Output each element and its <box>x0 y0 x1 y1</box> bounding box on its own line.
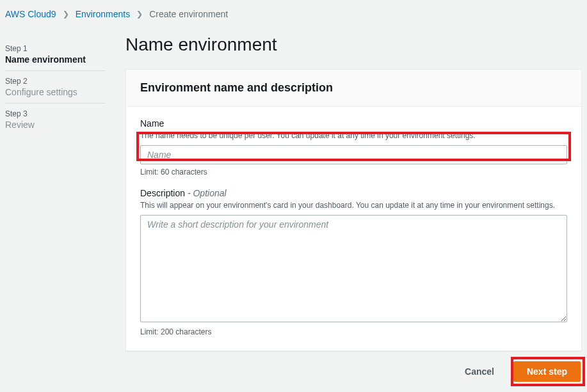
chevron-right-icon: ❯ <box>63 10 69 19</box>
breadcrumb-environments[interactable]: Environments <box>76 9 131 19</box>
wizard-steps: Step 1 Name environment Step 2 Configure… <box>5 28 105 382</box>
description-textarea[interactable] <box>140 215 567 322</box>
breadcrumb-aws-cloud9[interactable]: AWS Cloud9 <box>5 9 56 19</box>
step-title: Configure settings <box>5 87 105 97</box>
description-hint: This will appear on your environment's c… <box>140 200 567 211</box>
step-number: Step 2 <box>5 77 105 86</box>
name-input[interactable] <box>140 145 567 164</box>
chevron-right-icon: ❯ <box>136 10 143 19</box>
step-title: Name environment <box>5 54 105 65</box>
description-limit: Limit: 200 characters <box>140 327 567 336</box>
name-description-panel: Environment name and description Name Th… <box>125 69 582 351</box>
step-number: Step 1 <box>5 44 105 53</box>
name-hint: The name needs to be unique per user. Yo… <box>140 130 567 141</box>
step-title: Review <box>5 120 105 130</box>
cancel-button[interactable]: Cancel <box>452 362 507 381</box>
breadcrumb-current: Create environment <box>149 9 228 19</box>
optional-tag: - Optional <box>188 188 227 198</box>
step-1-name-environment[interactable]: Step 1 Name environment <box>5 38 105 71</box>
step-3-review[interactable]: Step 3 Review <box>5 104 105 136</box>
name-label: Name <box>140 118 567 129</box>
wizard-actions: Cancel Next step <box>125 351 582 382</box>
name-limit: Limit: 60 characters <box>140 168 567 176</box>
description-label: Description - Optional <box>140 188 567 198</box>
panel-heading: Environment name and description <box>140 81 567 95</box>
step-2-configure-settings[interactable]: Step 2 Configure settings <box>5 71 105 104</box>
breadcrumb: AWS Cloud9 ❯ Environments ❯ Create envir… <box>0 0 587 28</box>
next-step-button[interactable]: Next step <box>513 361 581 382</box>
step-number: Step 3 <box>5 109 105 118</box>
page-title: Name environment <box>125 35 582 55</box>
